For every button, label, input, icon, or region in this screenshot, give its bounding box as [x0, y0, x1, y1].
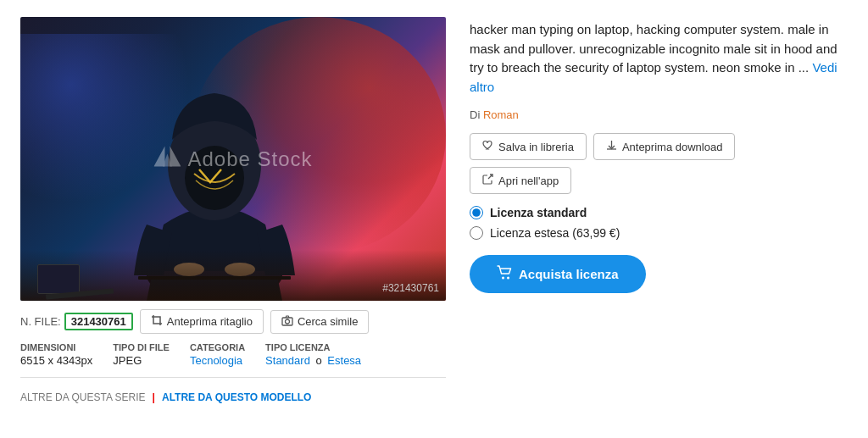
image-file-badge: #321430761	[382, 282, 439, 294]
tipo-licenza-estesa-link[interactable]: Estesa	[327, 354, 361, 367]
standard-license-radio[interactable]	[470, 206, 483, 219]
salva-libreria-label: Salva in libreria	[498, 141, 574, 153]
adobe-stock-text: Adobe Stock	[187, 147, 312, 171]
altre-serie-label: ALTRE DA QUESTA SERIE	[20, 391, 146, 403]
tipo-licenza-value: Standard o Estesa	[265, 354, 361, 367]
download-icon	[606, 140, 617, 153]
file-number-label: N. FILE:	[20, 315, 61, 328]
categoria-value[interactable]: Tecnologia	[190, 354, 245, 367]
description-container: hacker man typing on laptop, hacking com…	[470, 20, 848, 97]
tipo-licenza-o: o	[316, 354, 322, 367]
serie-separator: |	[153, 391, 155, 403]
tipo-file-value: JPEG	[113, 354, 170, 367]
adobe-logo-icon	[153, 142, 181, 175]
apri-app-button[interactable]: Apri nell'app	[470, 167, 571, 194]
salva-libreria-button[interactable]: Salva in libreria	[470, 133, 587, 160]
serie-row: ALTRE DA QUESTA SERIE | ALTRE DA QUESTO …	[20, 391, 446, 403]
svg-point-9	[502, 277, 504, 280]
meta-dimensioni: DIMENSIONI 6515 x 4343px	[20, 342, 92, 367]
dimensioni-label: DIMENSIONI	[20, 342, 92, 352]
standard-license-row: Licenza standard	[470, 206, 848, 219]
anteprima-ritaglio-button[interactable]: Anteprima ritaglio	[140, 309, 264, 334]
file-number-value[interactable]: 321430761	[64, 313, 133, 330]
estesa-license-label[interactable]: Licenza estesa (63,99 €)	[490, 226, 620, 240]
author-line: Di Roman	[470, 108, 848, 121]
anteprima-download-button[interactable]: Anteprima download	[593, 133, 736, 160]
adobe-watermark: Adobe Stock	[153, 142, 312, 175]
right-panel: hacker man typing on laptop, hacking com…	[470, 17, 848, 421]
author-link[interactable]: Roman	[483, 108, 519, 121]
anteprima-ritaglio-label: Anteprima ritaglio	[167, 315, 253, 328]
share-icon	[482, 174, 493, 187]
anteprima-download-label: Anteprima download	[622, 141, 723, 153]
camera-icon	[281, 315, 293, 329]
cart-icon	[497, 265, 512, 283]
cerca-simile-button[interactable]: Cerca simile	[270, 310, 370, 334]
action-row-1: Salva in libreria Anteprima download	[470, 133, 848, 160]
left-panel: Adobe Stock #321430761 N. FILE: 32143076…	[20, 17, 446, 421]
description-text: hacker man typing on laptop, hacking com…	[470, 22, 837, 75]
action-row-2: Apri nell'app	[470, 167, 848, 194]
acquista-licenza-label: Acquista licenza	[519, 267, 619, 281]
cerca-simile-label: Cerca simile	[298, 315, 359, 328]
meta-tipo-file: TIPO DI FILE JPEG	[113, 342, 170, 367]
apri-app-label: Apri nell'app	[498, 175, 559, 187]
action-buttons: Salva in libreria Anteprima download	[470, 133, 848, 194]
toolbar-row: N. FILE: 321430761 Anteprima ritaglio	[20, 309, 446, 334]
heart-icon	[482, 140, 493, 153]
tipo-file-label: TIPO DI FILE	[113, 342, 170, 352]
bottom-divider	[20, 377, 446, 378]
di-label: Di	[470, 108, 483, 121]
main-container: Adobe Stock #321430761 N. FILE: 32143076…	[0, 0, 868, 438]
standard-license-label[interactable]: Licenza standard	[490, 206, 587, 219]
stock-image: Adobe Stock #321430761	[20, 17, 446, 301]
svg-point-8	[285, 319, 289, 324]
dimensioni-value: 6515 x 4343px	[20, 354, 92, 367]
svg-point-10	[507, 277, 509, 280]
file-number-box: N. FILE: 321430761	[20, 313, 133, 330]
altre-modello-link[interactable]: ALTRE DA QUESTO MODELLO	[162, 391, 311, 403]
metadata-row: DIMENSIONI 6515 x 4343px TIPO DI FILE JP…	[20, 342, 446, 367]
acquista-licenza-button[interactable]: Acquista licenza	[470, 255, 646, 293]
estesa-license-row: Licenza estesa (63,99 €)	[470, 226, 848, 240]
categoria-label: CATEGORIA	[190, 342, 245, 352]
tipo-licenza-standard-link[interactable]: Standard	[265, 354, 310, 367]
estesa-license-radio[interactable]	[470, 226, 483, 240]
license-section: Licenza standard Licenza estesa (63,99 €…	[470, 206, 848, 240]
meta-tipo-licenza: TIPO LICENZA Standard o Estesa	[265, 342, 361, 367]
crop-icon	[151, 314, 163, 329]
meta-categoria: CATEGORIA Tecnologia	[190, 342, 245, 367]
tipo-licenza-label: TIPO LICENZA	[265, 342, 361, 352]
